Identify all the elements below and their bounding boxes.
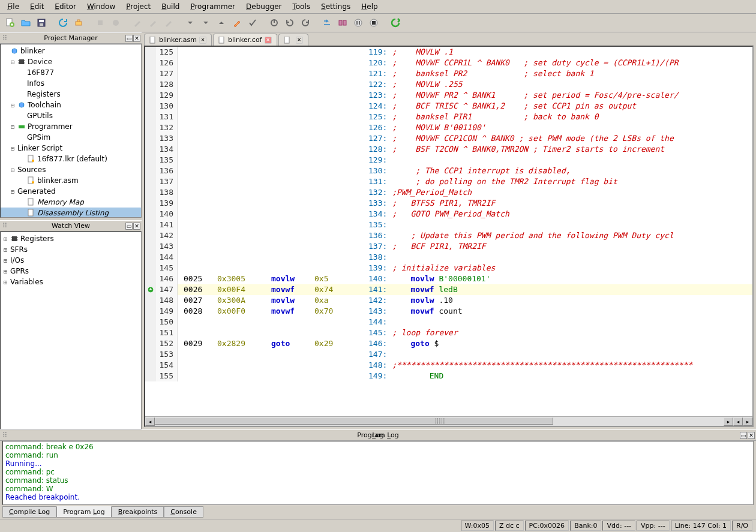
expand-icon[interactable]: ⊟ bbox=[9, 124, 16, 130]
code-line[interactable]: 138132: ;PWM_Period_Match bbox=[145, 187, 752, 198]
tree-item[interactable]: ⊟Generated bbox=[1, 186, 141, 197]
expand-icon[interactable]: ⊞ bbox=[2, 268, 9, 275]
menu-settings[interactable]: Settings bbox=[316, 1, 355, 12]
bottom-tab-compile-log[interactable]: Compile Log bbox=[2, 506, 56, 518]
tree-item[interactable]: ⊞Variables bbox=[1, 276, 141, 287]
tree-item[interactable]: blinker.asm bbox=[1, 175, 141, 186]
tab-close-button[interactable]: ✕ bbox=[199, 37, 206, 44]
tree-item[interactable]: 16F877 bbox=[1, 67, 141, 78]
breakpoint-gutter[interactable] bbox=[145, 198, 156, 209]
code-line[interactable]: 14700260x00F4movwf0x74141: movwf ledB bbox=[145, 284, 752, 295]
redo-button[interactable] bbox=[109, 16, 122, 29]
tree-item[interactable]: ⊟Device bbox=[1, 56, 141, 67]
pause-button[interactable] bbox=[352, 16, 365, 29]
breakpoint-gutter[interactable] bbox=[145, 90, 156, 101]
breakpoint-gutter[interactable] bbox=[145, 349, 156, 360]
reset2-button[interactable] bbox=[299, 16, 312, 29]
scroll-left-button[interactable]: ◂ bbox=[145, 417, 155, 426]
breakpoint-gutter[interactable] bbox=[145, 241, 156, 252]
menu-programmer[interactable]: Programmer bbox=[185, 1, 240, 12]
run-button[interactable] bbox=[389, 16, 402, 29]
breakpoint-gutter[interactable] bbox=[145, 133, 156, 144]
tree-item[interactable]: ⊟Programmer bbox=[1, 121, 141, 132]
stop-button[interactable] bbox=[367, 16, 380, 29]
bottom-tab-breakpoints[interactable]: Breakpoints bbox=[112, 506, 164, 518]
tab-blinker.cof[interactable]: blinker.cof✕ bbox=[213, 34, 277, 46]
breakpoint-gutter[interactable] bbox=[145, 263, 156, 273]
menu-build[interactable]: Build bbox=[157, 1, 184, 12]
tab-Registers[interactable]: ✕ bbox=[278, 34, 308, 46]
step-button[interactable] bbox=[320, 16, 334, 29]
build-button[interactable] bbox=[72, 16, 85, 29]
tree-item[interactable]: ⊟Toolchain bbox=[1, 100, 141, 110]
breakpoint-gutter[interactable] bbox=[145, 230, 156, 241]
pen3-button[interactable] bbox=[162, 16, 175, 29]
expand-icon[interactable]: ⊟ bbox=[9, 59, 16, 65]
breakpoint-gutter[interactable] bbox=[145, 176, 156, 187]
breakpoint-gutter[interactable] bbox=[145, 112, 156, 122]
breakpoint-gutter[interactable] bbox=[145, 144, 156, 155]
menu-debugger[interactable]: Debugger bbox=[241, 1, 286, 12]
panel-close-button[interactable]: ✕ bbox=[133, 223, 140, 230]
breakpoint-gutter[interactable] bbox=[145, 47, 156, 58]
save-button[interactable] bbox=[35, 16, 48, 29]
expand-icon[interactable]: ⊟ bbox=[9, 145, 16, 152]
code-line[interactable]: 150144: bbox=[145, 317, 752, 327]
tree-item[interactable]: ⊞Registers bbox=[1, 233, 141, 244]
check-button[interactable] bbox=[246, 16, 259, 29]
breakpoint-gutter[interactable] bbox=[145, 101, 156, 112]
watch-tree[interactable]: ⊞Registers⊞SFRs⊞I/Os⊞GPRs⊞Variables bbox=[0, 232, 142, 429]
code-line[interactable]: 144138: bbox=[145, 252, 752, 263]
code-line[interactable]: 14900280x00F0movwf0x70143: movwf count bbox=[145, 306, 752, 317]
breakpoint-gutter[interactable] bbox=[145, 209, 156, 220]
menu-tools[interactable]: Tools bbox=[287, 1, 315, 12]
code-line[interactable]: 130124: ; BCF TRISC ^ BANK1,2 ; set CCP1… bbox=[145, 101, 752, 112]
code-line[interactable]: 142136: ; Update this PWM period and the… bbox=[145, 230, 752, 241]
breakpoint-gutter[interactable] bbox=[145, 371, 156, 381]
horizontal-scrollbar[interactable]: ◂ ┆┆┆┆┆ ▸ ◂ ▸ bbox=[145, 416, 752, 426]
breakpoint-gutter[interactable] bbox=[145, 360, 156, 371]
breakpoint-gutter[interactable] bbox=[145, 155, 156, 166]
breakpoint-gutter[interactable] bbox=[145, 317, 156, 327]
code-line[interactable]: 143137: ; BCF PIR1, TMR2IF bbox=[145, 241, 752, 252]
breakpoint-gutter[interactable] bbox=[145, 68, 156, 79]
pen1-button[interactable] bbox=[131, 16, 144, 29]
tree-item[interactable]: Memory Map bbox=[1, 197, 141, 208]
code-line[interactable]: 154148: ;*******************************… bbox=[145, 360, 752, 371]
code-line[interactable]: 127121: ; banksel PR2 ; select bank 1 bbox=[145, 68, 752, 79]
step2-button[interactable] bbox=[336, 16, 349, 29]
reset-button[interactable] bbox=[283, 16, 296, 29]
breakpoint-gutter[interactable] bbox=[145, 220, 156, 230]
code-line[interactable]: 14800270x300Amovlw0xa142: movlw .10 bbox=[145, 295, 752, 306]
code-line[interactable]: 134128: ; BSF T2CON ^ BANK0,TMR2ON ; Tim… bbox=[145, 144, 752, 155]
project-tree[interactable]: blinker⊟Device16F877InfosRegisters⊟Toolc… bbox=[0, 44, 142, 218]
panel-close-button[interactable]: ✕ bbox=[133, 35, 140, 42]
breakpoint-gutter[interactable] bbox=[145, 327, 156, 338]
code-line[interactable]: 14600250x3005movlw0x5140: movlw B'000001… bbox=[145, 273, 752, 284]
tree-item[interactable]: Registers bbox=[1, 89, 141, 100]
panel-min-button[interactable]: ▭ bbox=[125, 223, 133, 230]
breakpoint-gutter[interactable] bbox=[145, 284, 156, 295]
tab-blinker.asm[interactable]: blinker.asm✕ bbox=[144, 34, 212, 46]
breakpoint-gutter[interactable] bbox=[145, 252, 156, 263]
up-button[interactable] bbox=[215, 16, 228, 29]
code-line[interactable]: 129123: ; MOVWF PR2 ^ BANK1 ; set period… bbox=[145, 90, 752, 101]
tree-item[interactable]: blinker bbox=[1, 46, 141, 56]
tree-item[interactable]: 16f877.lkr (default) bbox=[1, 154, 141, 164]
code-line[interactable]: 151145: ; loop forever bbox=[145, 327, 752, 338]
power-button[interactable] bbox=[268, 16, 281, 29]
code-line[interactable]: 133127: ; MOVWF CCP1CON ^ BANK0 ; set PW… bbox=[145, 133, 752, 144]
panel-min-button[interactable]: ▭ bbox=[740, 432, 747, 439]
code-line[interactable]: 153147: bbox=[145, 349, 752, 360]
breakpoint-gutter[interactable] bbox=[145, 338, 156, 349]
code-line[interactable]: 155149: END bbox=[145, 371, 752, 381]
menu-help[interactable]: Help bbox=[356, 1, 382, 12]
code-line[interactable]: 126120: ; MOVWF CCPR1L ^ BANK0 ; set dut… bbox=[145, 58, 752, 68]
log-output[interactable]: command: break e 0x26command: runRunning… bbox=[2, 441, 754, 505]
tree-item[interactable]: GPUtils bbox=[1, 110, 141, 121]
tree-item[interactable]: ⊟Sources bbox=[1, 164, 141, 175]
expand-icon[interactable]: ⊟ bbox=[9, 167, 16, 173]
scroll-left2-button[interactable]: ◂ bbox=[733, 417, 743, 426]
breakpoint-gutter[interactable] bbox=[145, 273, 156, 284]
expand-icon[interactable]: ⊞ bbox=[2, 279, 9, 285]
